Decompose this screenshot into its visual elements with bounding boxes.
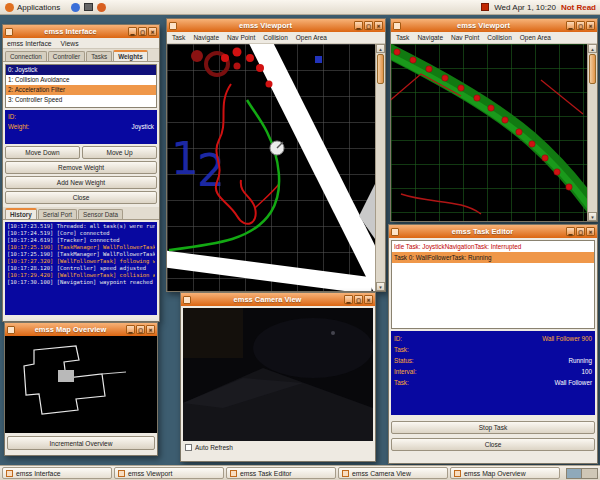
maximize-button[interactable]: ▢ — [576, 227, 585, 236]
taskbar-item-label: emss Interface — [16, 470, 61, 477]
scrollbar-thumb[interactable] — [589, 54, 596, 84]
weight-details-panel: ID: Weight: Joystick — [5, 110, 157, 144]
viewport-map-canvas[interactable]: 1 2 — [167, 44, 375, 291]
titlebar[interactable]: emss Task Editor ▁ ▢ ✕ — [389, 225, 597, 238]
titlebar[interactable]: emss Viewport ▁ ▢ ✕ — [167, 19, 385, 32]
task-row-idle[interactable]: Idle Task: JoystickNavigationTask: Inter… — [392, 241, 594, 252]
map-overview-canvas[interactable] — [5, 336, 157, 433]
scroll-up-icon[interactable]: ▲ — [376, 44, 385, 53]
tab-serial-port[interactable]: Serial Port — [38, 209, 77, 219]
maximize-button[interactable]: ▢ — [138, 27, 147, 36]
workspace-switcher[interactable] — [566, 468, 598, 479]
incremental-overview-button[interactable]: Incremental Overview — [7, 436, 155, 450]
tab-sensor-data[interactable]: Sensor Data — [78, 209, 123, 219]
close-button[interactable]: ✕ — [148, 27, 157, 36]
console-line: [10:17:23.519] Threaded: all task(s) wer… — [7, 223, 155, 230]
toolbar-navigate[interactable]: Navigate — [193, 34, 219, 41]
tab-controller[interactable]: Controller — [48, 51, 85, 61]
list-item[interactable]: 0: Joystick — [6, 65, 156, 75]
scroll-up-icon[interactable]: ▲ — [588, 44, 597, 53]
taskbar-item-label: emss Camera View — [352, 470, 411, 477]
add-new-weight-button[interactable]: Add New Weight — [5, 176, 157, 189]
toolbar-navigate[interactable]: Navigate — [417, 34, 443, 41]
console-line: [10:17:30.100] [Navigation] waypoint rea… — [7, 279, 155, 286]
map-label-2: 2 — [197, 145, 225, 196]
list-item[interactable]: 1: Collision Avoidance — [6, 75, 156, 85]
close-button[interactable]: ✕ — [374, 21, 383, 30]
toolbar-open-area[interactable]: Open Area — [296, 34, 327, 41]
menu-views[interactable]: Views — [61, 40, 79, 47]
vertical-scrollbar[interactable]: ▲ ▼ — [375, 44, 385, 291]
list-item[interactable]: 3: Controller Speed — [6, 95, 156, 105]
taskbar-item-camera-view[interactable]: emss Camera View — [338, 467, 448, 479]
window-icon — [393, 22, 401, 30]
titlebar[interactable]: emss Camera View ▁ ▢ ✕ — [181, 293, 375, 306]
stop-task-button[interactable]: Stop Task — [391, 421, 595, 434]
menu-emss-interface[interactable]: emss Interface — [7, 40, 52, 47]
viewport-zoom-drawing — [391, 44, 587, 221]
minimize-button[interactable]: ▁ — [128, 27, 137, 36]
taskbar-item-task-editor[interactable]: emss Task Editor — [226, 467, 336, 479]
minimize-button[interactable]: ▁ — [566, 227, 575, 236]
toolbar-nav-point[interactable]: Nav Point — [451, 34, 479, 41]
move-down-button[interactable]: Move Down — [5, 146, 80, 159]
minimize-button[interactable]: ▁ — [354, 21, 363, 30]
minimize-button[interactable]: ▁ — [344, 295, 353, 304]
toolbar-task[interactable]: Task — [396, 34, 409, 41]
scroll-down-icon[interactable]: ▼ — [376, 282, 385, 291]
toolbar-collision[interactable]: Collision — [487, 34, 512, 41]
close-button[interactable]: ✕ — [364, 295, 373, 304]
window-title: emss Viewport — [179, 21, 352, 30]
maximize-button[interactable]: ▢ — [136, 325, 145, 334]
applications-menu[interactable]: Applications — [0, 0, 65, 14]
tab-connection[interactable]: Connection — [5, 51, 47, 61]
titlebar[interactable]: emss Map Overview ▁ ▢ ✕ — [5, 323, 157, 336]
close-button[interactable]: ✕ — [586, 227, 595, 236]
tab-history[interactable]: History — [5, 208, 37, 219]
minimize-button[interactable]: ▁ — [126, 325, 135, 334]
map-overview-drawing — [5, 336, 157, 433]
task-row-wallfollower[interactable]: Task 0: WallFollowerTask: Running — [392, 252, 594, 263]
toolbar-open-area[interactable]: Open Area — [520, 34, 551, 41]
auto-refresh-checkbox[interactable] — [185, 444, 192, 451]
notification-icon[interactable] — [481, 3, 489, 11]
titlebar[interactable]: emss Viewport ▁ ▢ ✕ — [391, 19, 597, 32]
terminal-launcher-icon[interactable] — [84, 3, 93, 11]
browser-launcher-icon[interactable] — [71, 3, 80, 12]
toolbar-task[interactable]: Task — [172, 34, 185, 41]
window-title: emss Task Editor — [401, 227, 564, 236]
workspace-1[interactable] — [567, 469, 582, 478]
tab-weights[interactable]: Weights — [113, 50, 147, 61]
toolbar-nav-point[interactable]: Nav Point — [227, 34, 255, 41]
emss-viewport-main-window: emss Viewport ▁ ▢ ✕ Task Navigate Nav Po… — [166, 18, 386, 292]
taskbar-item-viewport[interactable]: emss Viewport — [114, 467, 224, 479]
close-button[interactable]: ✕ — [586, 21, 595, 30]
minimize-button[interactable]: ▁ — [566, 21, 575, 30]
viewport-zoom-canvas[interactable] — [391, 44, 587, 221]
close-button[interactable]: ✕ — [146, 325, 155, 334]
taskbar-item-map-overview[interactable]: emss Map Overview — [450, 467, 560, 479]
vertical-scrollbar[interactable]: ▲ ▼ — [587, 44, 597, 221]
titlebar[interactable]: emss Interface ▁ ▢ ✕ — [3, 25, 159, 38]
maximize-button[interactable]: ▢ — [576, 21, 585, 30]
workspace-2[interactable] — [582, 469, 597, 478]
taskbar-item-interface[interactable]: emss Interface — [2, 467, 112, 479]
remove-weight-button[interactable]: Remove Weight — [5, 161, 157, 174]
scroll-down-icon[interactable]: ▼ — [588, 212, 597, 221]
maximize-button[interactable]: ▢ — [364, 21, 373, 30]
history-console[interactable]: [10:17:23.519] Threaded: all task(s) wer… — [5, 222, 157, 315]
toolbar-collision[interactable]: Collision — [263, 34, 288, 41]
emss-interface-window: emss Interface ▁ ▢ ✕ emss Interface View… — [2, 24, 160, 322]
maximize-button[interactable]: ▢ — [354, 295, 363, 304]
close-weights-button[interactable]: Close — [5, 191, 157, 204]
scrollbar-thumb[interactable] — [377, 54, 384, 84]
window-icon — [118, 470, 125, 477]
move-up-button[interactable]: Move Up — [82, 146, 157, 159]
robot-marker[interactable] — [270, 141, 284, 155]
tab-tasks[interactable]: Tasks — [86, 51, 112, 61]
help-launcher-icon[interactable] — [97, 3, 106, 12]
list-item[interactable]: 2: Acceleration Filter — [6, 85, 156, 95]
close-task-editor-button[interactable]: Close — [391, 438, 595, 451]
clock[interactable]: Wed Apr 1, 10:20 — [494, 3, 556, 12]
detail-value: Running — [569, 355, 592, 366]
